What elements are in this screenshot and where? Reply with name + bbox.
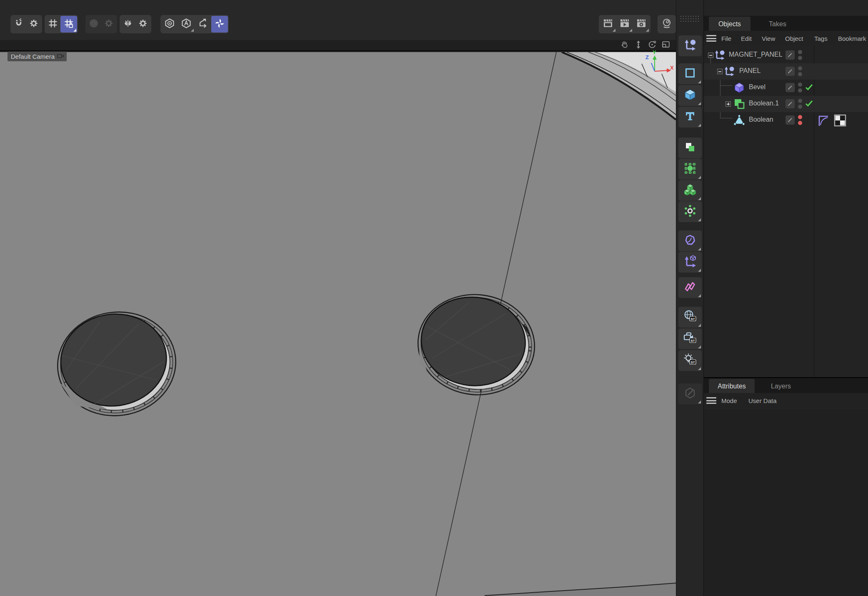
axis-cube-icon <box>683 255 697 270</box>
toolbar-grip[interactable] <box>680 15 700 22</box>
layer-edit-toggle[interactable] <box>785 99 795 108</box>
generator-button[interactable] <box>678 159 702 180</box>
viewport-layout-icon <box>661 40 670 51</box>
phong-tag-icon[interactable] <box>817 114 829 128</box>
light-object-button[interactable]: ST <box>678 350 702 371</box>
menu-tags[interactable]: Tags <box>814 35 828 42</box>
layer-edit-toggle[interactable] <box>785 115 795 125</box>
tab-attributes[interactable]: Attributes <box>709 379 755 394</box>
menu-edit[interactable]: Edit <box>741 35 752 42</box>
menu-object[interactable]: Object <box>785 35 803 42</box>
gear-icon <box>138 19 148 30</box>
layer-edit-toggle[interactable] <box>785 50 795 60</box>
viewport-header <box>0 40 676 51</box>
objects-menubar: File Edit View Object Tags Bookmark <box>704 31 868 46</box>
mirror-settings-button[interactable] <box>135 16 150 33</box>
render-picture-viewer-button[interactable] <box>616 16 633 33</box>
rings-group-disabled <box>85 15 117 33</box>
layer-edit-toggle[interactable] <box>785 83 795 92</box>
axis-z-label: Z <box>645 54 649 60</box>
globe-st-icon: ST <box>683 310 697 325</box>
visibility-dots[interactable] <box>798 50 802 60</box>
rings-settings-button[interactable] <box>101 16 116 33</box>
rectangle-icon <box>684 67 696 80</box>
tab-objects[interactable]: Objects <box>709 17 750 32</box>
enabled-checkmark[interactable] <box>805 100 813 108</box>
export-button[interactable] <box>195 16 211 33</box>
null-object-button[interactable] <box>678 35 702 56</box>
rings-button[interactable] <box>86 16 101 33</box>
axis-y-label: Y <box>653 49 656 55</box>
viewport-canvas[interactable] <box>0 52 676 596</box>
panel-menu-icon[interactable] <box>706 35 716 42</box>
collapse-toggle[interactable] <box>708 53 713 58</box>
menu-file[interactable]: File <box>721 35 731 42</box>
collapse-toggle[interactable] <box>717 69 723 74</box>
hand-icon <box>620 40 629 51</box>
menu-mode[interactable]: Mode <box>721 397 737 404</box>
visibility-dots-off[interactable] <box>798 115 802 125</box>
menu-view[interactable]: View <box>762 35 775 42</box>
iso-cubes-icon <box>684 183 696 198</box>
layer-edit-toggle[interactable] <box>785 67 795 76</box>
table-row[interactable]: Boolean.1 <box>704 96 868 112</box>
pan-view-button[interactable] <box>620 40 630 50</box>
visibility-dots[interactable] <box>798 66 802 76</box>
webcam-icon <box>661 18 672 30</box>
toggle-view-layout-button[interactable] <box>661 40 671 50</box>
table-row[interactable]: Bevel <box>704 80 868 96</box>
objects-tabstrip: Objects Takes <box>704 16 868 32</box>
tab-layers[interactable]: Layers <box>758 379 804 394</box>
menu-user-data[interactable]: User Data <box>748 397 777 404</box>
render-settings-button[interactable] <box>633 16 650 33</box>
visibility-dots[interactable] <box>798 83 802 93</box>
modeling-boolean-button[interactable] <box>678 138 702 158</box>
cube-primitive-button[interactable] <box>678 85 702 106</box>
camera-label[interactable]: Default Camera <box>8 52 67 61</box>
workplane-lock-button[interactable] <box>60 16 77 33</box>
clapperboard-play-icon <box>619 18 630 30</box>
menu-bookmark[interactable]: Bookmark <box>838 35 866 42</box>
table-row[interactable]: MAGNET_PANEL <box>704 47 868 63</box>
viewport-filter-button[interactable] <box>161 16 178 33</box>
gear-dots-icon <box>684 205 696 219</box>
spline-rectangle-button[interactable] <box>678 63 702 84</box>
panel-menu-icon[interactable] <box>706 397 716 404</box>
clapperboard-gear-icon <box>636 18 647 30</box>
enabled-checkmark[interactable] <box>805 84 813 92</box>
object-name[interactable]: Boolean.1 <box>749 100 779 107</box>
interactive-render-button[interactable] <box>658 16 675 33</box>
checker-tag-icon[interactable] <box>834 114 846 128</box>
volume-cubes-button[interactable] <box>678 180 702 201</box>
camera-object-button[interactable]: ST <box>678 328 702 349</box>
field-object-button[interactable] <box>678 252 702 273</box>
snap-magnet-button[interactable] <box>11 16 26 33</box>
attributes-menubar: Mode User Data <box>704 393 868 408</box>
object-name[interactable]: Boolean <box>749 116 773 123</box>
table-row[interactable]: Boolean <box>704 112 868 128</box>
deformer-button[interactable] <box>678 230 702 251</box>
tab-takes[interactable]: Takes <box>750 17 805 32</box>
grid-button[interactable] <box>45 16 60 33</box>
object-name[interactable]: MAGNET_PANEL <box>729 51 783 58</box>
simulation-gear-button[interactable] <box>678 201 702 222</box>
pinwheel-icon <box>214 18 225 30</box>
boolean-generator-icon <box>733 98 745 111</box>
top-toolbar <box>0 0 676 40</box>
object-name[interactable]: PANEL <box>739 67 760 75</box>
symmetry-button[interactable] <box>678 277 702 298</box>
annotation-button[interactable] <box>178 16 195 33</box>
visibility-dots[interactable] <box>798 99 802 109</box>
expand-toggle[interactable] <box>725 101 731 107</box>
object-name[interactable]: Bevel <box>749 83 765 91</box>
annotation-pencil-button[interactable] <box>678 383 702 404</box>
sky-object-button[interactable]: ST <box>678 307 702 328</box>
render-view-button[interactable] <box>600 16 616 33</box>
mirror-button[interactable] <box>120 16 135 33</box>
grid-icon <box>48 18 58 30</box>
dolly-zoom-button[interactable] <box>633 40 643 50</box>
table-row[interactable]: PANEL <box>704 63 868 80</box>
axis-workplane-button[interactable] <box>211 16 228 33</box>
text-object-button[interactable] <box>678 107 702 128</box>
snap-settings-button[interactable] <box>26 16 41 33</box>
